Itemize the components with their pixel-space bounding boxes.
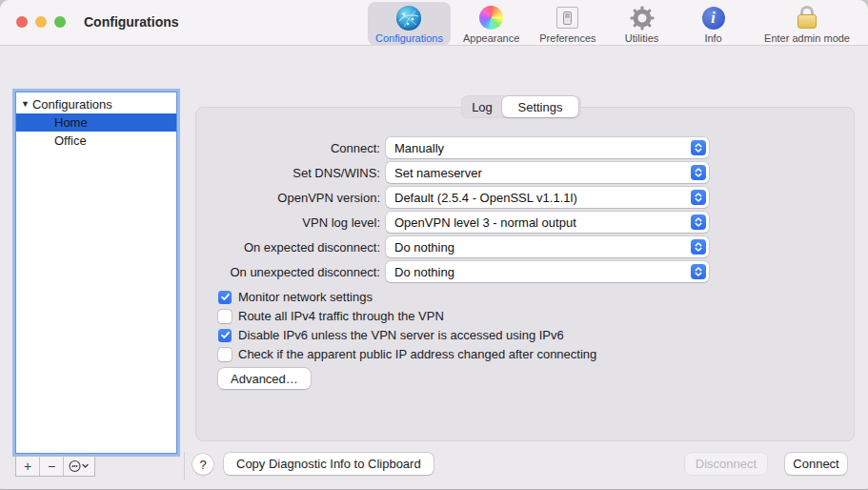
toolbar-label-utilities: Utilities [625,32,658,44]
checkbox-label: Route all IPv4 traffic through the VPN [238,309,444,323]
help-button[interactable]: ? [192,454,213,475]
toolbar-label-enter-admin-mode: Enter admin mode [764,32,850,44]
checkbox-icon[interactable] [218,310,232,323]
openvpn-version-popup[interactable]: Default (2.5.4 - OpenSSL v1.1.1l) [386,187,709,208]
dns-wins-label: Set DNS/WINS: [212,166,380,180]
app-window: Configurations Configur [0,0,868,490]
tab-settings[interactable]: Settings [502,96,578,117]
toolbar-label-preferences: Preferences [539,32,595,44]
close-window-button[interactable] [16,16,28,28]
popup-stepper-icon [691,165,706,180]
toolbar-label-appearance: Appearance [463,32,519,44]
lock-icon [795,5,820,31]
unexpected-disconnect-value: Do nothing [394,265,454,279]
configurations-globe-icon [396,5,422,31]
checkbox-icon[interactable] [218,291,232,304]
checkbox-icon[interactable] [218,329,232,342]
checkbox-label: Check if the apparent public IP address … [238,347,596,361]
dns-wins-popup[interactable]: Set nameserver [386,162,709,183]
checkbox-row-disable-ipv6[interactable]: Disable IPv6 unless the VPN server is ac… [218,327,564,343]
configurations-list: ▼ Configurations Home Office [15,92,177,454]
add-configuration-button[interactable]: + [16,457,40,476]
checkbox-label: Disable IPv6 unless the VPN server is ac… [238,328,564,342]
copy-diagnostic-info-button[interactable]: Copy Diagnostic Info to Clipboard [224,453,434,475]
unexpected-disconnect-popup[interactable]: Do nothing [386,261,709,282]
connect-button[interactable]: Connect [785,453,847,475]
openvpn-version-value: Default (2.5.4 - OpenSSL v1.1.1l) [394,191,577,205]
ellipsis-circle-chevron-icon [69,459,90,473]
tree-header-label: Configurations [32,97,112,112]
expected-disconnect-label: On expected disconnect: [212,240,380,255]
checkbox-row-monitor-network[interactable]: Monitor network settings [218,289,373,305]
expected-disconnect-value: Do nothing [394,240,454,255]
toolbar-item-enter-admin-mode[interactable]: Enter admin mode [757,2,858,46]
openvpn-version-label: OpenVPN version: [212,191,380,205]
vpn-log-level-popup[interactable]: OpenVPN level 3 - normal output [386,212,709,233]
advanced-button[interactable]: Advanced… [218,368,311,389]
popup-stepper-icon [691,264,706,279]
tab-log[interactable]: Log [462,96,502,117]
log-settings-tabs: Log Settings [461,95,581,118]
expected-disconnect-popup[interactable]: Do nothing [386,236,709,257]
zoom-window-button[interactable] [54,16,66,28]
connect-popup[interactable]: Manually [386,137,709,158]
checkbox-row-check-public-ip[interactable]: Check if the apparent public IP address … [218,346,596,362]
toolbar-item-utilities[interactable]: Utilities [609,2,676,46]
configuration-item-home[interactable]: Home [16,113,176,132]
footer-divider [184,452,185,480]
popup-stepper-icon [691,214,706,230]
popup-stepper-icon [691,140,706,155]
title-bar: Configurations Configur [0,0,868,46]
utilities-gear-icon [629,5,655,31]
connect-label: Connect: [212,141,380,155]
disclosure-triangle-icon[interactable]: ▼ [21,99,30,109]
toolbar-item-info[interactable]: i Info [680,2,747,46]
toolbar-item-appearance[interactable]: Appearance [455,2,527,46]
checkbox-label: Monitor network settings [238,290,373,304]
checkbox-row-route-ipv4[interactable]: Route all IPv4 traffic through the VPN [218,308,444,324]
toolbar-item-configurations[interactable]: Configurations [368,2,451,46]
action-menu-button[interactable] [64,457,94,476]
disconnect-button[interactable]: Disconnect [685,453,767,475]
window-title: Configurations [84,14,179,30]
configuration-list-controls: + − [15,456,95,477]
toolbar-item-preferences[interactable]: Preferences [532,2,603,46]
toolbar-label-info: Info [704,32,721,44]
checkbox-icon[interactable] [218,348,232,361]
configuration-item-office[interactable]: Office [16,132,176,150]
toolbar-label-configurations: Configurations [375,32,443,44]
dns-wins-value: Set nameserver [394,166,482,180]
toolbar: Configurations Appearance Preferences [368,2,862,45]
appearance-colorwheel-icon [478,5,504,31]
connect-value: Manually [394,141,444,155]
preferences-switch-icon [555,5,580,31]
popup-stepper-icon [691,239,706,255]
minimize-window-button[interactable] [35,16,47,28]
unexpected-disconnect-label: On unexpected disconnect: [212,265,380,279]
settings-panel: Connect: Manually Set DNS/WINS: Set name… [195,107,855,441]
tree-header-configurations[interactable]: ▼ Configurations [16,94,176,113]
popup-stepper-icon [691,190,706,205]
vpn-log-level-value: OpenVPN level 3 - normal output [394,215,576,230]
info-icon: i [700,5,726,31]
vpn-log-level-label: VPN log level: [212,215,380,230]
remove-configuration-button[interactable]: − [40,457,64,476]
